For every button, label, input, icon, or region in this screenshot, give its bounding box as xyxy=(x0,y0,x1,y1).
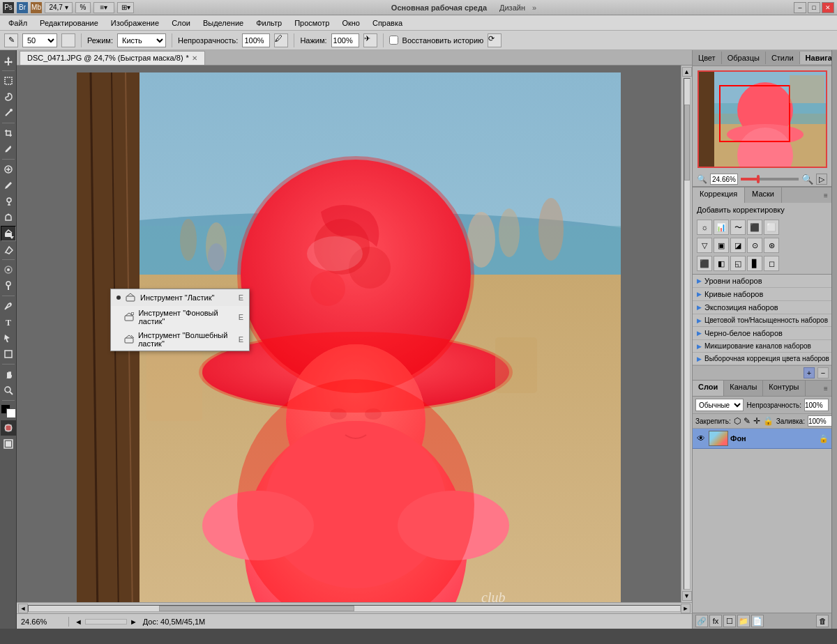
tool-pen[interactable] xyxy=(1,298,16,314)
tool-history-brush[interactable] xyxy=(1,210,16,225)
tool-magic-wand[interactable] xyxy=(1,105,16,121)
scroll-down-btn[interactable]: ▼ xyxy=(682,591,692,601)
tab-color[interactable]: Цвет xyxy=(693,52,722,64)
tool-eyedropper[interactable] xyxy=(1,141,16,157)
layers-collapse-btn[interactable]: ≡ xyxy=(820,381,831,396)
nav-zoom-slider-thumb[interactable] xyxy=(757,175,760,183)
scroll-left-btn[interactable]: ◄ xyxy=(18,604,28,613)
adj-remove-btn[interactable]: − xyxy=(817,367,829,378)
add-mask-btn[interactable]: ☐ xyxy=(723,615,736,627)
tab-styles[interactable]: Стили xyxy=(766,52,800,64)
adj-item-hsl[interactable]: ▶ Цветовой тон/Насыщенность наборов xyxy=(693,314,831,327)
corr-collapse-btn[interactable]: ≡ xyxy=(820,187,831,203)
lock-position-icon[interactable]: ✛ xyxy=(753,416,760,426)
close-button[interactable]: ✕ xyxy=(822,2,834,13)
tool-path-select[interactable] xyxy=(1,330,16,346)
color-swatches[interactable] xyxy=(1,404,16,418)
tool-move[interactable] xyxy=(1,53,16,68)
v-scroll-thumb[interactable] xyxy=(684,105,690,181)
tool-screen-mode[interactable] xyxy=(1,436,16,452)
tab-close-btn[interactable]: ✕ xyxy=(192,54,197,62)
corr-icon-invert[interactable]: ⬛ xyxy=(697,256,712,271)
fx-btn[interactable]: fx xyxy=(709,615,722,627)
menu-filter[interactable]: Фильтр xyxy=(250,17,287,29)
corr-icon-bw[interactable]: ▣ xyxy=(714,238,729,253)
fill-input[interactable]: 100% xyxy=(808,415,832,427)
corr-icon-selective-color[interactable]: ◻ xyxy=(764,256,779,271)
new-layer-btn[interactable]: 📄 xyxy=(751,615,764,627)
adj-item-curves[interactable]: ▶ Кривые наборов xyxy=(693,288,831,301)
adj-scroll[interactable]: ▶ Уровни наборов ▶ Кривые наборов ▶ Эксп… xyxy=(693,275,831,365)
nav-left-btn[interactable]: ◄ xyxy=(75,618,82,626)
h-scroll-thumb[interactable] xyxy=(159,606,354,611)
corr-icon-photo-filter[interactable]: ◪ xyxy=(730,238,746,253)
restore-icon[interactable]: ⟳ xyxy=(488,33,502,47)
tool-shape[interactable] xyxy=(1,346,16,362)
brush-options[interactable] xyxy=(61,33,75,47)
adj-item-channel-mix[interactable]: ▶ Микширование каналов наборов xyxy=(693,340,831,353)
tool-hand[interactable] xyxy=(1,367,16,382)
lock-all-icon[interactable]: 🔒 xyxy=(763,416,774,426)
tool-crop[interactable] xyxy=(1,125,16,141)
corr-icon-channel-mix[interactable]: ⊙ xyxy=(747,238,762,253)
corr-icon-gradient-map[interactable]: ▊ xyxy=(747,256,762,271)
corr-icon-threshold[interactable]: ◱ xyxy=(730,256,746,271)
nav-preview[interactable] xyxy=(698,70,827,168)
nav-zoom-input[interactable]: 24.66% xyxy=(710,174,738,185)
adj-add-btn[interactable]: + xyxy=(804,367,815,378)
tool-dodge[interactable] xyxy=(1,278,16,293)
adj-item-levels[interactable]: ▶ Уровни наборов xyxy=(693,275,831,288)
lock-brush-icon[interactable]: ✎ xyxy=(744,416,751,426)
tool-eraser[interactable] xyxy=(1,226,16,241)
minimize-button[interactable]: – xyxy=(794,2,806,13)
tab-masks[interactable]: Маски xyxy=(745,187,782,203)
canvas-scroll[interactable]: club Sovet xyxy=(17,66,681,602)
adj-item-bw[interactable]: ▶ Черно-белое наборов xyxy=(693,327,831,340)
tool-clone-stamp[interactable] xyxy=(1,194,16,209)
menu-view[interactable]: Просмотр xyxy=(289,17,335,29)
link-layers-btn[interactable]: 🔗 xyxy=(695,615,708,627)
scroll-right-btn[interactable]: ► xyxy=(681,604,691,613)
maximize-button[interactable]: □ xyxy=(808,2,820,13)
layer-visibility-toggle[interactable]: 👁 xyxy=(695,433,707,444)
ctx-item-eraser[interactable]: Инструмент "Ластик" E xyxy=(111,289,249,306)
ctx-item-bg-eraser[interactable]: Инструмент "Фоновый ластик" E xyxy=(111,306,249,328)
blend-mode-select[interactable]: Обычные xyxy=(695,399,744,411)
tab-samples[interactable]: Образцы xyxy=(722,52,766,64)
tool-fill[interactable] xyxy=(1,242,16,257)
ctx-item-magic-eraser[interactable]: Инструмент "Волшебный ластик" E xyxy=(111,328,249,351)
layer-row[interactable]: 👁 Фон 🔒 xyxy=(693,429,831,449)
tool-preset-picker[interactable]: ✎ xyxy=(4,33,18,47)
tool-marquee-rect[interactable] xyxy=(1,73,16,89)
scroll-up-btn[interactable]: ▲ xyxy=(682,67,692,77)
tool-blur[interactable] xyxy=(1,262,16,277)
layers-tab-channels[interactable]: Каналы xyxy=(724,381,763,396)
arrows-btn[interactable]: » xyxy=(532,3,536,12)
canvas-image[interactable]: club Sovet xyxy=(77,72,621,602)
nav-resize-btn[interactable]: ▷ xyxy=(816,174,827,185)
delete-layer-btn[interactable]: 🗑 xyxy=(816,615,829,627)
adj-item-selective-color[interactable]: ▶ Выборочная коррекция цвета наборов xyxy=(693,353,831,365)
brush-size[interactable]: 50 xyxy=(22,33,57,47)
menu-help[interactable]: Справка xyxy=(367,17,408,29)
corr-icon-hsl[interactable]: ▽ xyxy=(697,238,712,253)
corr-icon-vibrance[interactable]: ⬜ xyxy=(764,220,779,235)
tool-brush[interactable] xyxy=(1,178,16,193)
menu-file[interactable]: Файл xyxy=(3,17,33,29)
tool-zoom[interactable] xyxy=(1,383,16,398)
menu-select[interactable]: Выделение xyxy=(197,17,249,29)
lock-transparent-icon[interactable]: ⬡ xyxy=(734,416,741,426)
nav-zoom-slider-track[interactable] xyxy=(741,178,799,181)
nav-right-btn[interactable]: ► xyxy=(130,618,137,626)
corr-icon-levels[interactable]: 📊 xyxy=(714,220,729,235)
flow-input[interactable] xyxy=(331,33,359,47)
adj-item-exposure[interactable]: ▶ Экспозиция наборов xyxy=(693,301,831,314)
menu-layers[interactable]: Слои xyxy=(166,17,196,29)
zoom-minus-icon[interactable]: 🔍 xyxy=(697,174,707,184)
v-scroll-track[interactable] xyxy=(684,78,691,590)
tool-type[interactable]: T xyxy=(1,314,16,330)
opacity-input[interactable] xyxy=(242,33,270,47)
restore-history-check[interactable] xyxy=(389,36,398,45)
h-scroll-track[interactable] xyxy=(28,605,681,612)
corr-icon-color-lookup[interactable]: ⊛ xyxy=(764,238,779,253)
